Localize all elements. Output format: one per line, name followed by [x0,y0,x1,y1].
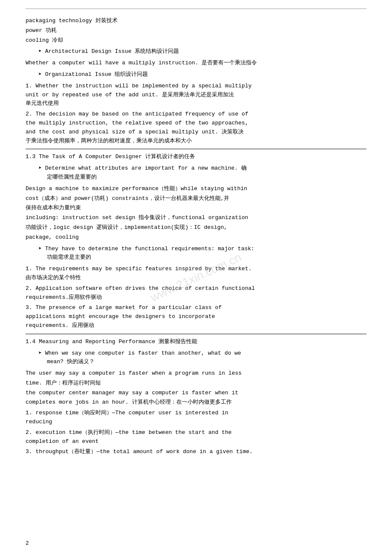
section13-divider [26,149,366,149]
num-2-cont3: 于乘法指令使用频率，两种方法的相对速度，乘法单元的成本和大小 [26,138,192,144]
section14-item1: 1. response time（响应时间）—The computer user… [26,409,366,427]
section13-desc1c: 保持在成本和力量约束 [26,204,366,213]
content-area: packaging technology 封装技术 power 功耗 cooli… [26,17,366,457]
section13-desc1: Design a machine to maximize performance… [26,185,366,194]
line-packaging: packaging technology 封装技术 [26,17,366,26]
section14-desc2b: completes more jobs in an hour. 计算机中心经理：… [26,398,366,407]
section13-desc1b: cost（成本）and power(功耗) constraints，设计一台机器… [26,194,366,203]
section14-desc2: the computer center manager may say a co… [26,389,366,398]
num-1-cont: unit or by repeated use of the add unit.… [26,92,234,98]
section14-divider [26,334,366,334]
page-container: www.21xin.com.cn packaging technology 封装… [0,0,392,555]
section13-bullet2: ➤ They have to determine the functional … [26,245,366,263]
section13-item3: 3. The presence of a large market for a … [26,304,366,330]
section14-item3: 3. throughput（吞吐量）—the total amount of w… [26,448,366,457]
section14-item2: 2. execution time（执行时间）—the time between… [26,428,366,446]
section14-desc1b: time. 用户：程序运行时间短 [26,379,366,388]
section14-desc1: The user may say a computer is faster wh… [26,369,366,378]
organizational-heading-text: ➤ Organizational Issue 组织设计问题 [38,70,366,79]
page-number: 2 [26,540,29,546]
section13-bullet1: ➤ Determine what attributes are importan… [26,164,366,182]
section14-bullet-text: ➤ When we say one computer is faster tha… [38,349,366,367]
section13-desc2b: 功能设计，logic design 逻辑设计，implementation(实现… [26,223,366,232]
num-2-cont1: the multiply instruction, the relative s… [26,120,248,126]
num-2-cont2: and the cost and physical size of a spec… [26,129,244,135]
section13-bullet2-text: ➤ They have to determine the functional … [38,245,366,263]
section13-bullet1-text: ➤ Determine what attributes are importan… [38,164,366,182]
line-power: power 功耗 [26,26,366,35]
architectural-heading-text: ➤ Architectural Design Issue 系统结构设计问题 [38,47,366,56]
architectural-desc: Whether a computer will have a multiply … [26,59,366,68]
section14-heading: 1.4 Measuring and Reporting Performance … [26,338,366,347]
numbered-item-1: 1. Whether the instruction will be imple… [26,82,366,108]
top-border [26,9,366,9]
organizational-bullet: ➤ Organizational Issue 组织设计问题 [26,70,366,79]
section13-heading: 1.3 The Task of A Computer Designer 计算机设… [26,153,366,162]
numbered-item-2: 2. The decision may be based on the anti… [26,110,366,145]
section14-bullet: ➤ When we say one computer is faster tha… [26,349,366,367]
num-2: 2. The decision may be based on the anti… [26,111,248,117]
section13-item1: 1. The requirements may be specific feat… [26,265,366,283]
section13-desc2c: package, cooling [26,233,366,242]
num-1-cont2: 单元迭代使用 [26,100,59,107]
section13-desc2: including: instruction set design 指令集设计，… [26,214,366,223]
line-cooling: cooling 冷却 [26,36,366,45]
num-1: 1. Whether the instruction will be imple… [26,83,252,89]
architectural-bullet: ➤ Architectural Design Issue 系统结构设计问题 [26,47,366,56]
section13-item2: 2. Application software often drives the… [26,284,366,302]
